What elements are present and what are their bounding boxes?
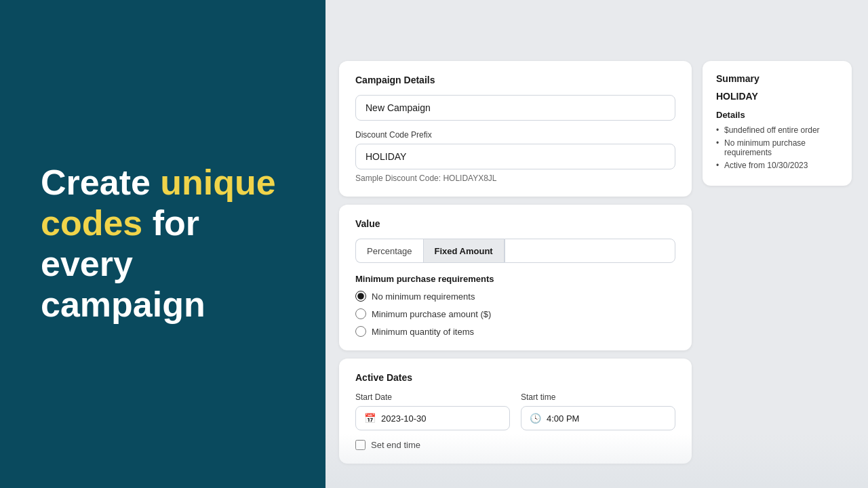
- hero-highlight-unique: unique: [160, 163, 275, 202]
- radio-min-amount-input[interactable]: [355, 308, 366, 319]
- dollar-input-wrapper: [505, 239, 675, 263]
- campaign-name-input[interactable]: [355, 95, 675, 121]
- summary-campaign-name: HOLIDAY: [716, 91, 838, 102]
- radio-min-amount-label: Minimum purchase amount ($): [372, 309, 491, 319]
- value-title: Value: [355, 218, 675, 229]
- radio-no-min[interactable]: No minimum requirements: [355, 291, 675, 302]
- start-date-col: Start Date 📅: [355, 392, 510, 430]
- value-card: Value Percentage Fixed Amount Minimum pu…: [339, 205, 692, 350]
- start-date-label: Start Date: [355, 392, 510, 402]
- radio-min-qty-label: Minimum quantity of items: [372, 327, 474, 337]
- hero-line2: codes for every: [41, 203, 199, 283]
- fixed-amount-toggle[interactable]: Fixed Amount: [423, 239, 505, 263]
- radio-no-min-label: No minimum requirements: [372, 291, 475, 302]
- radio-min-qty[interactable]: Minimum quantity of items: [355, 326, 675, 337]
- set-end-time-label: Set end time: [371, 440, 420, 450]
- active-dates-title: Active Dates: [355, 372, 675, 383]
- hero-line3: campaign: [41, 285, 205, 324]
- hero-line1: Create unique: [41, 163, 276, 202]
- start-date-input[interactable]: [381, 413, 501, 424]
- radio-no-min-input[interactable]: [355, 291, 366, 302]
- radio-group: No minimum requirements Minimum purchase…: [355, 291, 675, 337]
- hero-highlight-codes: codes: [41, 203, 142, 243]
- summary-item-2: No minimum purchase requirements: [716, 138, 838, 157]
- radio-min-amount[interactable]: Minimum purchase amount ($): [355, 308, 675, 319]
- summary-details-title: Details: [716, 110, 838, 120]
- min-purchase-group: Minimum purchase requirements No minimum…: [355, 274, 675, 337]
- summary-item-1: $undefined off entire order: [716, 125, 838, 135]
- campaign-details-title: Campaign Details: [355, 75, 675, 85]
- right-section: Campaign Details Discount Code Prefix Sa…: [326, 0, 868, 488]
- dollar-amount-input[interactable]: [505, 239, 675, 262]
- active-dates-card: Active Dates Start Date 📅 Start time 🕓: [339, 359, 692, 464]
- discount-prefix-label: Discount Code Prefix: [355, 130, 675, 140]
- hero-section: Create unique codes for every campaign: [0, 0, 326, 488]
- set-end-time-checkbox[interactable]: [355, 440, 366, 450]
- discount-prefix-group: Discount Code Prefix Sample Discount Cod…: [355, 130, 675, 183]
- summary-card: Summary HOLIDAY Details $undefined off e…: [703, 61, 852, 186]
- value-toggle-row: Percentage Fixed Amount: [355, 239, 675, 263]
- min-purchase-label: Minimum purchase requirements: [355, 274, 675, 284]
- date-row: Start Date 📅 Start time 🕓: [355, 392, 675, 430]
- clock-icon: 🕓: [530, 413, 541, 424]
- main-form: Campaign Details Discount Code Prefix Sa…: [339, 61, 692, 464]
- summary-item-3: Active from 10/30/2023: [716, 161, 838, 170]
- set-end-time-checkbox-label[interactable]: Set end time: [355, 440, 675, 450]
- start-time-label: Start time: [521, 392, 675, 402]
- hero-text: Create unique codes for every campaign: [41, 163, 285, 325]
- start-time-col: Start time 🕓: [521, 392, 675, 430]
- percentage-toggle[interactable]: Percentage: [355, 239, 423, 263]
- campaign-details-card: Campaign Details Discount Code Prefix Sa…: [339, 61, 692, 197]
- start-time-input[interactable]: [547, 413, 667, 424]
- summary-title: Summary: [716, 73, 838, 84]
- campaign-name-group: [355, 95, 675, 121]
- start-date-wrapper: 📅: [355, 406, 510, 430]
- discount-prefix-input[interactable]: [355, 144, 675, 169]
- start-time-wrapper: 🕓: [521, 406, 675, 430]
- summary-list: $undefined off entire order No minimum p…: [716, 125, 838, 170]
- calendar-icon: 📅: [364, 413, 376, 424]
- sample-code-text: Sample Discount Code: HOLIDAYX8JL: [355, 174, 675, 183]
- radio-min-qty-input[interactable]: [355, 326, 366, 337]
